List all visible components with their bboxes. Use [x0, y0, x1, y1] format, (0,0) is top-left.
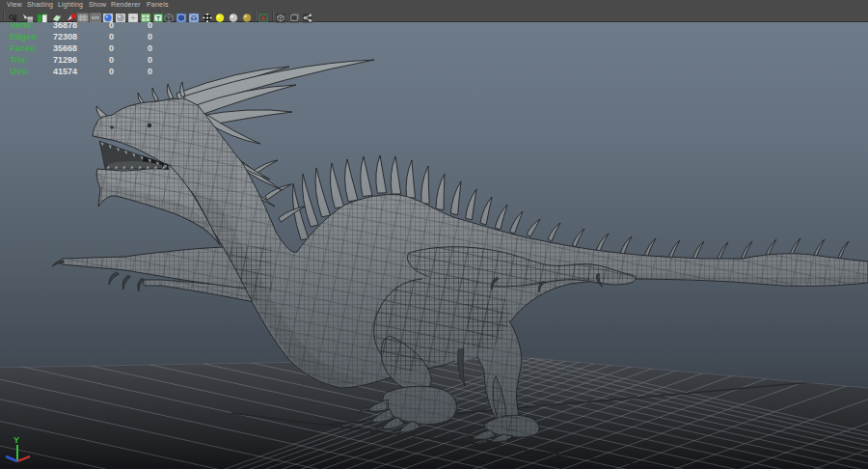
svg-text:Y: Y [14, 435, 19, 445]
svg-text:T: T [156, 15, 160, 21]
